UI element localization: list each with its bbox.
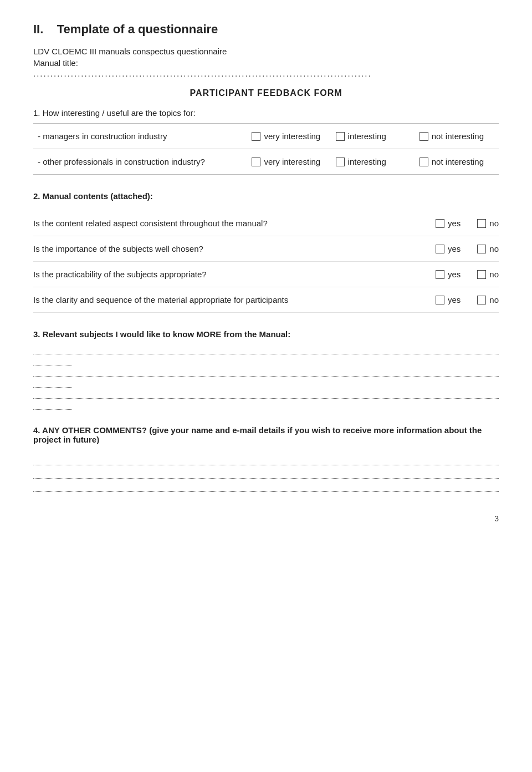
checkbox[interactable] — [477, 245, 486, 253]
yes-no-row: Is the clarity and sequence of the mater… — [33, 287, 499, 313]
question4-section: 4. ANY OTHER COMMENTS? (give your name a… — [33, 425, 499, 492]
question2-section: 2. Manual contents (attached): Is the co… — [33, 191, 499, 313]
row1-label: - managers in construction industry — [33, 124, 247, 149]
interesting-table: - managers in construction industry very… — [33, 123, 499, 175]
answer-line — [33, 481, 499, 492]
no-option: no — [477, 295, 499, 304]
checkbox[interactable] — [420, 132, 428, 141]
checkbox[interactable] — [436, 219, 444, 228]
answer-lines — [33, 344, 499, 410]
checkbox[interactable] — [420, 158, 428, 166]
section-header: II. Template of a questionnaire LDV CLOE… — [33, 22, 499, 78]
question3-section: 3. Relevant subjects I would like to kno… — [33, 329, 499, 410]
yes-option: yes — [436, 270, 461, 279]
yes-no-options: yes no — [410, 295, 499, 304]
dot-line — [33, 367, 499, 377]
yes-no-question-text: Is the importance of the subjects well c… — [33, 244, 410, 253]
yes-no-options: yes no — [410, 244, 499, 253]
checkbox[interactable] — [336, 132, 345, 141]
row2-option3: not interesting — [415, 149, 499, 175]
dot-line-block — [33, 344, 499, 365]
row2-option1: very interesting — [247, 149, 331, 175]
checkbox[interactable] — [252, 132, 260, 141]
section-heading: Template of a questionnaire — [57, 22, 218, 36]
answer-line — [33, 468, 499, 479]
yes-option: yes — [436, 244, 461, 253]
feedback-form-title: PARTICIPANT FEEDBACK FORM — [33, 88, 499, 98]
yes-no-options: yes no — [410, 270, 499, 279]
checkbox[interactable] — [252, 158, 260, 166]
manual-title-label: Manual title: — [33, 58, 499, 68]
no-option: no — [477, 244, 499, 253]
yes-no-question-text: Is the content related aspect consistent… — [33, 219, 410, 228]
page-number: 3 — [33, 514, 499, 523]
question3-label: 3. Relevant subjects I would like to kno… — [33, 329, 499, 339]
question4-label: 4. ANY OTHER COMMENTS? (give your name a… — [33, 425, 499, 444]
table-row: - managers in construction industry very… — [33, 124, 499, 149]
section-number: II. — [33, 22, 43, 36]
no-option: no — [477, 219, 499, 228]
yes-no-options: yes no — [410, 219, 499, 228]
checkbox[interactable] — [477, 270, 486, 279]
checkbox[interactable] — [436, 296, 444, 304]
question1-section: 1. How interesting / useful are the topi… — [33, 108, 499, 175]
checkbox[interactable] — [477, 219, 486, 228]
question2-label: 2. Manual contents (attached): — [33, 191, 499, 201]
subtitle: LDV CLOEMC III manuals conspectus questi… — [33, 47, 499, 56]
section-title: II. Template of a questionnaire — [33, 22, 499, 37]
question1-label: 1. How interesting / useful are the topi… — [33, 108, 499, 118]
row1-option2: interesting — [331, 124, 415, 149]
dot-line — [33, 344, 499, 354]
table-row: - other professionals in construction in… — [33, 149, 499, 175]
yes-no-question-text: Is the practicability of the subjects ap… — [33, 270, 410, 279]
dot-line-block — [33, 367, 499, 388]
checkbox[interactable] — [477, 296, 486, 304]
yes-no-question-text: Is the clarity and sequence of the mater… — [33, 295, 410, 304]
manual-title-dots: ........................................… — [33, 69, 499, 78]
checkbox[interactable] — [436, 245, 444, 253]
row1-option1: very interesting — [247, 124, 331, 149]
checkbox[interactable] — [336, 158, 345, 166]
answer-line — [33, 454, 499, 465]
dot-line — [33, 389, 499, 399]
dot-line-short — [33, 378, 72, 388]
dotted-text: ........................................… — [33, 69, 372, 78]
yes-option: yes — [436, 219, 461, 228]
dot-line-block — [33, 389, 499, 410]
row2-label: - other professionals in construction in… — [33, 149, 247, 175]
no-option: no — [477, 270, 499, 279]
row1-option3: not interesting — [415, 124, 499, 149]
dot-line-short — [33, 355, 72, 365]
dot-line-short — [33, 400, 72, 410]
yes-option: yes — [436, 295, 461, 304]
yes-no-row: Is the content related aspect consistent… — [33, 211, 499, 236]
yes-no-row: Is the practicability of the subjects ap… — [33, 262, 499, 287]
checkbox[interactable] — [436, 270, 444, 279]
row2-option2: interesting — [331, 149, 415, 175]
yes-no-row: Is the importance of the subjects well c… — [33, 236, 499, 262]
